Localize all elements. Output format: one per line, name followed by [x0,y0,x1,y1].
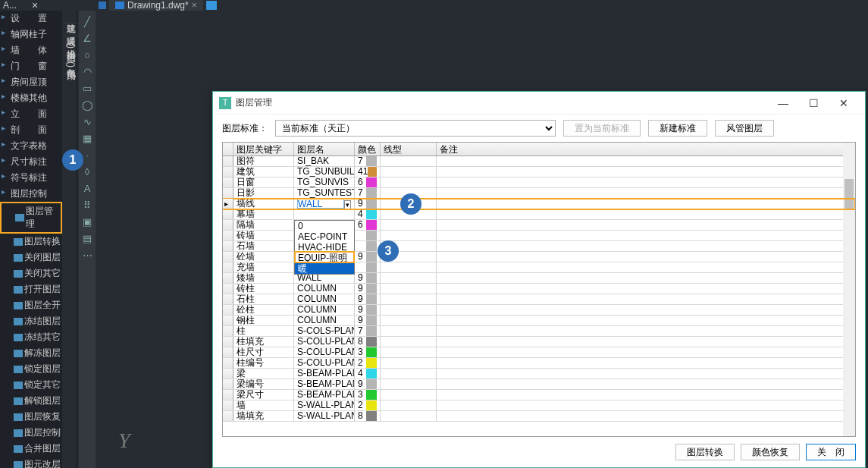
col-linetype[interactable]: 线型 [381,143,437,155]
sidebar-group[interactable]: 符号标注 [0,170,62,186]
col-name[interactable]: 图层名 [294,143,355,155]
cell-note[interactable] [437,188,855,198]
maximize-button[interactable]: ☐ [798,93,829,114]
cell-linetype[interactable] [381,411,437,421]
spline-icon[interactable]: ∿ [82,117,92,127]
cell-note[interactable] [437,305,855,315]
discipline-tab[interactable]: 建筑 [62,11,80,24]
cell-keyword[interactable]: 日窗 [233,177,294,187]
cell-linetype[interactable] [381,369,437,378]
cell-name[interactable]: S-BEAM-PLAN- [294,390,355,400]
cell-note[interactable] [437,284,855,294]
cell-linetype[interactable] [381,358,437,368]
cell-note[interactable] [437,390,855,400]
cell-keyword[interactable]: 石墙 [233,241,294,251]
sidebar-group[interactable]: 剖 面 [0,122,62,138]
cell-linetype[interactable] [381,305,437,315]
sidebar-group[interactable]: 设 置 [0,11,62,27]
discipline-tab[interactable]: 给排水(室内) [62,36,80,55]
dropdown-item[interactable]: AEC-POINT [295,231,354,242]
table-row[interactable]: 柱尺寸S-COLU-PLAN-3 [223,347,855,358]
table-row[interactable]: 柱填充S-COLU-PLAN-8 [223,337,855,347]
cell-keyword[interactable]: 幕墙 [233,209,294,219]
cell-keyword[interactable]: 矮墙 [233,273,294,283]
cell-keyword[interactable]: 建筑 [233,167,294,177]
dialog-titlebar[interactable]: T 图层管理 ― ☐ ✕ [213,92,865,115]
file-tab[interactable]: Drawing1.dwg* × [109,0,203,11]
minimize-button[interactable]: ― [768,93,798,114]
cell-note[interactable] [437,358,855,368]
table-row[interactable]: 石柱COLUMN9 [223,294,855,305]
arc-icon[interactable]: ◠ [82,67,92,77]
sidebar-group[interactable]: 图层控制 [0,186,62,202]
convert-button[interactable]: 图层转换 [675,444,735,460]
sidebar-group[interactable]: 门 窗 [0,58,62,74]
sidebar-item[interactable]: 图层转换 [0,234,62,250]
table-row[interactable]: 图符SI_BAK7 [223,156,855,167]
sidebar-item[interactable]: 合并图层 [0,441,62,457]
cell-note[interactable] [437,326,855,336]
cell-keyword[interactable]: 砖墙 [233,231,294,240]
cell-color[interactable]: 6 [355,177,381,187]
table-row[interactable]: 建筑TG_SUNBUILD41 [223,167,855,177]
cell-note[interactable] [437,209,855,219]
close-icon[interactable]: × [32,0,38,11]
cell-linetype[interactable] [381,326,437,336]
cell-note[interactable] [437,316,855,325]
cell-name[interactable]: S-COLU-PLAN- [294,358,355,368]
table-row[interactable]: 矮墙WALL9 [223,273,855,284]
cell-color[interactable]: 2 [355,400,381,410]
sidebar-item[interactable]: 图层管理 [0,202,62,234]
cell-linetype[interactable] [381,284,437,294]
cell-note[interactable] [437,156,855,166]
cell-note[interactable] [437,400,855,410]
line-icon[interactable]: ╱ [82,17,92,27]
cell-linetype[interactable] [381,177,437,187]
layer-name-dropdown[interactable]: 0AEC-POINTHVAC-HIDEEQUIP-照明暖 [294,220,355,275]
cell-keyword[interactable]: 隔墙 [233,220,294,230]
table-row[interactable]: 砼柱COLUMN9 [223,305,855,316]
sidebar-item[interactable]: 图层全开 [0,297,62,313]
cell-linetype[interactable] [381,262,437,272]
cell-keyword[interactable]: 梁 [233,369,294,378]
discipline-tab[interactable]: 电气(民用) [62,55,80,74]
duct-layer-button[interactable]: 风管图层 [715,120,774,137]
set-std-button[interactable]: 置为当前标准 [563,120,641,137]
cell-name[interactable]: TG_SUNBUILD [294,167,355,177]
table-row[interactable]: 幕墙4 [223,209,855,220]
cell-name[interactable]: COLUMN [294,294,355,304]
cell-note[interactable] [437,294,855,304]
table-icon[interactable]: ▤ [82,234,92,244]
cell-linetype[interactable] [381,156,437,166]
close-icon[interactable]: × [192,0,197,11]
sidebar-item[interactable]: 锁定其它 [0,377,62,393]
cell-color[interactable]: 9 [355,199,381,209]
cell-note[interactable] [437,273,855,283]
cell-name[interactable]: TG_SUNVIS [294,177,355,187]
cell-name[interactable]: COLUMN [294,284,355,294]
cell-name[interactable]: S-WALL-PLAN- [294,411,355,421]
table-row[interactable]: 砖柱COLUMN9 [223,284,855,294]
cell-color[interactable]: 8 [355,337,381,347]
cell-note[interactable] [437,252,855,262]
rect-icon[interactable]: ▭ [82,83,92,94]
cell-name[interactable]: COLUMN [294,305,355,315]
cell-keyword[interactable]: 日影 [233,188,294,198]
cell-linetype[interactable] [381,220,437,230]
close-button[interactable]: ✕ [829,93,859,114]
table-row[interactable]: 墙S-WALL-PLAN-2 [223,400,855,411]
cell-name[interactable]: S-WALL-PLAN- [294,400,355,410]
close-dialog-button[interactable]: 关 闭 [806,444,856,460]
cell-keyword[interactable]: 墙填充 [233,411,294,421]
cell-color[interactable]: 2 [355,358,381,368]
cell-keyword[interactable]: 墙线 [233,199,294,209]
cell-keyword[interactable]: 钢柱 [233,316,294,325]
sidebar-item[interactable]: 图层恢复 [0,409,62,425]
cell-linetype[interactable] [381,167,437,177]
cell-note[interactable] [437,347,855,357]
table-row[interactable]: 钢柱COLUMN9 [223,316,855,326]
cell-color[interactable]: 7 [355,156,381,166]
dropdown-item[interactable]: 暖 [295,263,354,274]
sidebar-item[interactable]: 锁定图层 [0,361,62,377]
cell-color[interactable] [355,262,381,272]
